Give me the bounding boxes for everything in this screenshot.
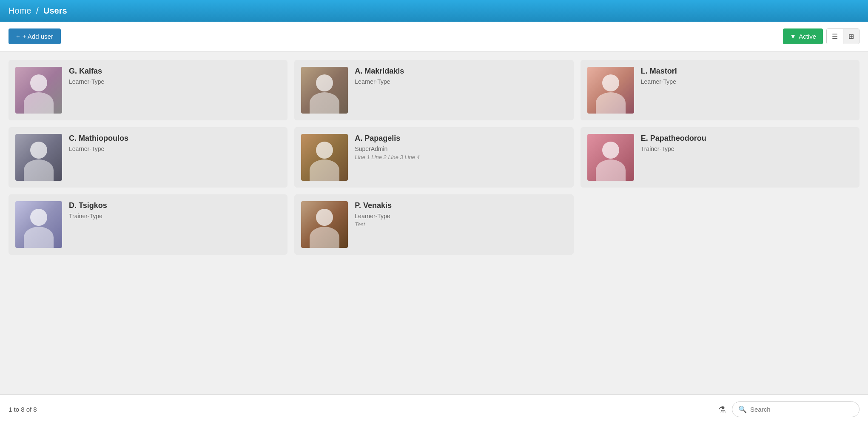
user-info-venakis: P. VenakisLearner-TypeTest bbox=[355, 201, 566, 228]
view-toggle: ☰ ⊞ bbox=[826, 28, 859, 44]
footer-bar: 1 to 8 of 8 ⚗ 🔍 bbox=[0, 394, 868, 424]
home-link[interactable]: Home bbox=[9, 6, 31, 15]
user-name-makridakis: A. Makridakis bbox=[355, 67, 566, 76]
user-avatar-papatheodorou bbox=[587, 134, 634, 181]
user-name-mastori: L. Mastori bbox=[641, 67, 853, 76]
user-name-papatheodorou: E. Papatheodorou bbox=[641, 134, 853, 143]
user-name-papagelis: A. Papagelis bbox=[355, 134, 566, 143]
filter-icon: ⚗ bbox=[718, 405, 726, 414]
list-view-button[interactable]: ☰ bbox=[827, 29, 843, 44]
search-box: 🔍 bbox=[732, 401, 859, 417]
user-name-tsigkos: D. Tsigkos bbox=[69, 201, 281, 210]
user-card-venakis[interactable]: P. VenakisLearner-TypeTest bbox=[294, 194, 573, 255]
user-avatar-makridakis bbox=[301, 67, 348, 114]
plus-icon: + bbox=[16, 33, 20, 40]
user-name-kalfas: G. Kalfas bbox=[69, 67, 281, 76]
user-avatar-tsigkos bbox=[15, 201, 62, 248]
user-card-makridakis[interactable]: A. MakridakisLearner-Type bbox=[294, 60, 573, 120]
user-avatar-mathiopoulos bbox=[15, 134, 62, 181]
user-info-kalfas: G. KalfasLearner-Type bbox=[69, 67, 281, 87]
user-extra-venakis: Test bbox=[355, 221, 566, 228]
filter-icon: ▼ bbox=[790, 33, 796, 40]
user-type-mathiopoulos: Learner-Type bbox=[69, 145, 281, 152]
user-info-makridakis: A. MakridakisLearner-Type bbox=[355, 67, 566, 87]
user-info-tsigkos: D. TsigkosTrainer-Type bbox=[69, 201, 281, 221]
user-type-tsigkos: Trainer-Type bbox=[69, 213, 281, 219]
main-content: G. KalfasLearner-TypeA. MakridakisLearne… bbox=[0, 51, 868, 424]
user-extra-papagelis: Line 1 Line 2 Line 3 Line 4 bbox=[355, 154, 566, 160]
user-type-papatheodorou: Trainer-Type bbox=[641, 145, 853, 152]
pagination-text: 1 to 8 of 8 bbox=[9, 406, 37, 413]
user-avatar-papagelis bbox=[301, 134, 348, 181]
toolbar: + + Add user ▼ Active ☰ ⊞ bbox=[0, 22, 868, 51]
active-filter-label: Active bbox=[799, 33, 816, 40]
user-name-mathiopoulos: C. Mathiopoulos bbox=[69, 134, 281, 143]
user-avatar-mastori bbox=[587, 67, 634, 114]
user-card-papagelis[interactable]: A. PapagelisSuperAdminLine 1 Line 2 Line… bbox=[294, 127, 573, 188]
user-info-papagelis: A. PapagelisSuperAdminLine 1 Line 2 Line… bbox=[355, 134, 566, 160]
user-card-kalfas[interactable]: G. KalfasLearner-Type bbox=[9, 60, 287, 120]
add-user-button[interactable]: + + Add user bbox=[9, 28, 61, 44]
user-info-papatheodorou: E. PapatheodorouTrainer-Type bbox=[641, 134, 853, 154]
user-avatar-kalfas bbox=[15, 67, 62, 114]
user-type-makridakis: Learner-Type bbox=[355, 78, 566, 85]
user-type-kalfas: Learner-Type bbox=[69, 78, 281, 85]
list-view-icon: ☰ bbox=[832, 33, 838, 40]
grid-view-icon: ⊞ bbox=[848, 33, 854, 40]
search-icon: 🔍 bbox=[738, 405, 747, 413]
footer-right: ⚗ 🔍 bbox=[717, 401, 859, 417]
active-filter-button[interactable]: ▼ Active bbox=[783, 28, 823, 44]
user-type-venakis: Learner-Type bbox=[355, 213, 566, 219]
footer-filter-button[interactable]: ⚗ bbox=[717, 403, 728, 416]
breadcrumb-separator: / bbox=[36, 6, 39, 15]
user-card-papatheodorou[interactable]: E. PapatheodorouTrainer-Type bbox=[581, 127, 859, 188]
user-avatar-venakis bbox=[301, 201, 348, 248]
toolbar-right: ▼ Active ☰ ⊞ bbox=[783, 28, 859, 44]
user-name-venakis: P. Venakis bbox=[355, 201, 566, 210]
search-input[interactable] bbox=[750, 406, 853, 413]
user-type-papagelis: SuperAdmin bbox=[355, 145, 566, 152]
user-card-tsigkos[interactable]: D. TsigkosTrainer-Type bbox=[9, 194, 287, 255]
top-bar: Home / Users bbox=[0, 0, 868, 22]
user-type-mastori: Learner-Type bbox=[641, 78, 853, 85]
page-title: Users bbox=[43, 6, 67, 15]
user-info-mathiopoulos: C. MathiopoulosLearner-Type bbox=[69, 134, 281, 154]
user-info-mastori: L. MastoriLearner-Type bbox=[641, 67, 853, 87]
user-card-mathiopoulos[interactable]: C. MathiopoulosLearner-Type bbox=[9, 127, 287, 188]
user-grid: G. KalfasLearner-TypeA. MakridakisLearne… bbox=[9, 60, 859, 255]
add-user-label: + Add user bbox=[23, 33, 53, 40]
user-card-mastori[interactable]: L. MastoriLearner-Type bbox=[581, 60, 859, 120]
grid-view-button[interactable]: ⊞ bbox=[843, 29, 859, 44]
